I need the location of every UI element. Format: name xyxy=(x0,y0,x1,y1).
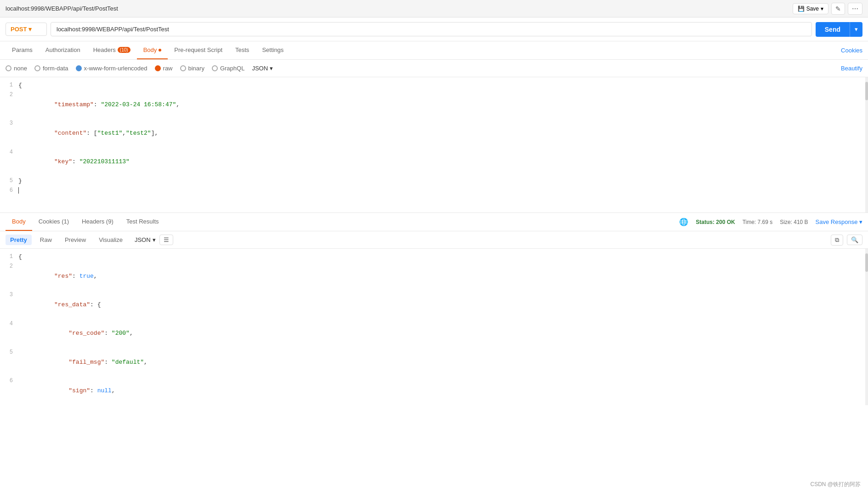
response-tabs-row: Body Cookies (1) Headers (9) Test Result… xyxy=(0,213,868,231)
watermark: CSDN @铁打的阿苏 xyxy=(810,481,861,488)
title-actions: 💾 Save ▾ ✎ ⋯ xyxy=(793,3,862,15)
send-button[interactable]: Send xyxy=(816,22,850,37)
status-code: Status: 200 OK xyxy=(696,219,735,225)
resp-tab-headers[interactable]: Headers (9) xyxy=(75,213,120,231)
method-dropdown-icon: ▾ xyxy=(28,26,32,33)
resp-tab-cookies[interactable]: Cookies (1) xyxy=(32,213,75,231)
response-code-editor: 1 { 2 "res": true, 3 "res_data": { 4 "re… xyxy=(0,249,868,405)
method-label: POST xyxy=(11,26,27,33)
editor-scrollbar[interactable] xyxy=(865,77,868,212)
req-line-2: 2 "timestamp": "2022-03-24 16:58:47", xyxy=(0,91,868,119)
body-type-none[interactable]: none xyxy=(6,65,27,72)
cookies-link[interactable]: Cookies xyxy=(841,47,862,54)
resp-tab-testresults[interactable]: Test Results xyxy=(120,213,165,231)
radio-graphql xyxy=(212,65,218,71)
url-bar: POST ▾ Send ▾ xyxy=(0,17,868,41)
resp-line-3: 3 "res_data": { xyxy=(0,291,868,319)
request-tabs-row: Params Authorization Headers (10) Body P… xyxy=(0,41,868,60)
radio-raw xyxy=(155,65,161,71)
copy-button[interactable]: ⧉ xyxy=(831,235,843,246)
response-format-row: Pretty Raw Preview Visualize JSON ▾ ☰ ⧉ … xyxy=(0,231,868,249)
tab-tests[interactable]: Tests xyxy=(229,41,255,59)
json-select[interactable]: JSON ▾ xyxy=(252,65,273,72)
tab-prerequest[interactable]: Pre-request Script xyxy=(168,41,229,59)
req-line-6: 6 xyxy=(0,186,868,196)
format-actions: ⧉ 🔍 xyxy=(831,235,862,246)
request-code-editor[interactable]: 1 { 2 "timestamp": "2022-03-24 16:58:47"… xyxy=(0,77,868,213)
body-type-graphql[interactable]: GraphQL xyxy=(212,65,244,72)
beautify-button[interactable]: Beautify xyxy=(841,65,862,72)
req-line-1: 1 { xyxy=(0,81,868,91)
filter-button[interactable]: ☰ xyxy=(159,235,173,245)
body-type-urlencoded[interactable]: x-www-form-urlencoded xyxy=(76,65,148,72)
save-button[interactable]: 💾 Save ▾ xyxy=(793,3,828,14)
tab-params[interactable]: Params xyxy=(6,41,39,59)
response-json-select[interactable]: JSON ▾ xyxy=(135,236,156,243)
response-status: 🌐 Status: 200 OK Time: 7.69 s Size: 410 … xyxy=(679,218,862,226)
more-button[interactable]: ⋯ xyxy=(848,3,862,15)
body-type-formdata[interactable]: form-data xyxy=(34,65,68,72)
radio-urlencoded xyxy=(76,65,82,71)
send-dropdown-button[interactable]: ▾ xyxy=(850,22,862,37)
tab-settings[interactable]: Settings xyxy=(255,41,290,59)
resp-line-1: 1 { xyxy=(0,252,868,262)
format-tab-pretty[interactable]: Pretty xyxy=(6,235,32,245)
headers-badge: (10) xyxy=(118,47,130,53)
request-tabs: Params Authorization Headers (10) Body P… xyxy=(6,41,290,59)
format-tab-raw[interactable]: Raw xyxy=(35,235,57,245)
req-line-3: 3 "content": ["test1","test2"], xyxy=(0,119,868,148)
tab-headers[interactable]: Headers (10) xyxy=(87,41,137,59)
method-select[interactable]: POST ▾ xyxy=(6,23,47,36)
send-group: Send ▾ xyxy=(816,22,862,37)
radio-none xyxy=(6,65,11,71)
search-button[interactable]: 🔍 xyxy=(847,235,862,245)
resp-line-6: 6 "sign": null, xyxy=(0,377,868,405)
resp-line-5: 5 "fail_msg": "default", xyxy=(0,348,868,377)
response-tabs: Body Cookies (1) Headers (9) Test Result… xyxy=(6,213,165,231)
radio-binary xyxy=(180,65,186,71)
tab-body[interactable]: Body xyxy=(137,41,168,59)
title-url: localhost:9998/WEBAPP/api/Test/PostTest xyxy=(6,5,118,12)
title-bar: localhost:9998/WEBAPP/api/Test/PostTest … xyxy=(0,0,868,17)
tab-authorization[interactable]: Authorization xyxy=(39,41,87,59)
format-tab-visualize[interactable]: Visualize xyxy=(94,235,127,245)
save-dropdown-icon: ▾ xyxy=(821,6,823,12)
url-input[interactable] xyxy=(51,22,812,36)
body-type-raw[interactable]: raw xyxy=(155,65,173,72)
body-type-row: none form-data x-www-form-urlencoded raw… xyxy=(0,60,868,77)
resp-line-2: 2 "res": true, xyxy=(0,262,868,291)
format-tab-preview[interactable]: Preview xyxy=(60,235,91,245)
req-line-4: 4 "key": "202210311113" xyxy=(0,148,868,177)
save-response-button[interactable]: Save Response ▾ xyxy=(816,218,862,225)
resp-line-4: 4 "res_code": "200", xyxy=(0,320,868,348)
req-line-5: 5 } xyxy=(0,177,868,186)
edit-button[interactable]: ✎ xyxy=(831,3,845,15)
scrollbar-thumb xyxy=(865,82,868,100)
radio-formdata xyxy=(34,65,40,71)
save-icon: 💾 xyxy=(798,6,805,12)
resp-scrollbar-thumb xyxy=(865,253,868,272)
response-scrollbar[interactable] xyxy=(865,249,868,405)
body-dot xyxy=(159,49,161,52)
response-size: Size: 410 B xyxy=(780,219,808,225)
globe-icon: 🌐 xyxy=(679,218,688,226)
body-type-binary[interactable]: binary xyxy=(180,65,204,72)
response-time: Time: 7.69 s xyxy=(743,219,773,225)
resp-tab-body[interactable]: Body xyxy=(6,213,32,231)
